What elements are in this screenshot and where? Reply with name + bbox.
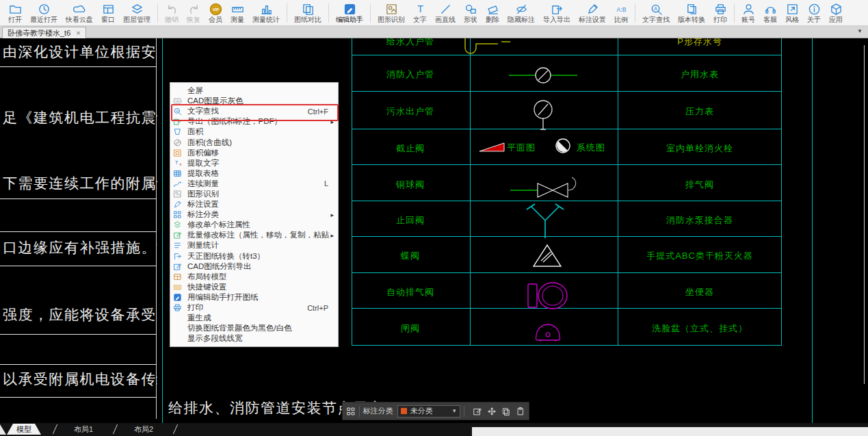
toolbar-button-compare[interactable]: 图纸对比 <box>290 1 326 25</box>
toolbar-button-label: 文字查找 <box>642 16 670 23</box>
menu-item-plain-0[interactable]: 全屏 <box>170 86 338 96</box>
document-tab[interactable]: 卧佛寺教学楼水_t6 × <box>2 27 86 38</box>
legend-device-label: 洗脸盆（立式、挂式） <box>652 322 748 335</box>
annotset-icon <box>586 3 599 16</box>
cad-horizontal-line <box>0 266 156 266</box>
toolbar-button-redo[interactable]: 恢复 <box>183 1 205 25</box>
menu-item-extracttable[interactable]: 提取表格 <box>170 168 338 179</box>
toolbar-button-label: 关于 <box>807 16 821 23</box>
menu-item-tztrans[interactable]: 天正图纸转换（转t3） <box>170 251 338 261</box>
menu-item-areacurve[interactable]: 面积(含曲线) <box>170 137 338 147</box>
menu-item-layout2model[interactable]: 布局转模型 <box>170 272 338 282</box>
menu-item-plain-23[interactable]: 切换图纸背景颜色为黑色/白色 <box>170 323 338 333</box>
toolbar-button-ruler[interactable]: 测量 <box>226 1 248 25</box>
menu-item-areaoffset[interactable]: 面积偏移 <box>170 148 338 158</box>
horizontal-scroll-area[interactable] <box>472 427 868 436</box>
toolbar-button-window[interactable]: 窗口 <box>97 1 119 25</box>
cad-canvas[interactable]: 由深化设计单位根据安装角足《建筑机电工程抗震设计规下需要连续工作的附属设备，口边… <box>0 38 868 423</box>
chevron-down-icon[interactable]: ▼ <box>857 28 863 34</box>
annotation-classify-grid-icon[interactable] <box>346 407 356 416</box>
menu-item-editassist[interactable]: 用编辑助手打开图纸 <box>170 292 338 303</box>
paste-annotation-button[interactable] <box>516 407 525 416</box>
legend-device-label: 坐便器 <box>685 286 714 298</box>
toolbar-button-cube[interactable]: 应用 <box>825 1 847 25</box>
toolbar-button-style[interactable]: 风格 <box>781 1 803 25</box>
toolbar-button-line[interactable]: 画直线 <box>431 1 460 25</box>
menu-item-recog[interactable]: 图形识别 <box>170 189 338 199</box>
move-annotation-button[interactable] <box>487 407 497 416</box>
toolbar-button-layers[interactable]: 图层管理 <box>119 1 155 25</box>
toolbar-button-impexp[interactable]: 导入导出 <box>539 1 575 25</box>
tab-divider <box>113 424 118 434</box>
toolbar-button-pages[interactable]: 版本转换 <box>674 1 709 25</box>
menu-item-print[interactable]: 打印Ctrl+P <box>170 303 338 313</box>
layout-tab-layout2[interactable]: 布局2 <box>124 424 163 435</box>
toolbar-button-print[interactable]: 打印 <box>709 1 731 25</box>
toolbar-button-editassist[interactable]: 编辑助手 <box>332 1 367 25</box>
layout-tab-model[interactable]: 模型 <box>7 424 41 435</box>
menu-item-extracttext[interactable]: Tk提取文字 <box>170 158 338 168</box>
category-dropdown[interactable]: 未分类 ▼ <box>397 405 460 418</box>
tztrans-icon <box>173 252 183 261</box>
toolbar-button-recog[interactable]: 图形识别 <box>373 1 409 25</box>
undo-icon <box>166 3 179 16</box>
stop-valve-system-symbol <box>554 137 572 155</box>
toolbar-button-textT[interactable]: T文字 <box>409 1 431 25</box>
toolbar-button-eraser[interactable]: 删除 <box>482 1 503 25</box>
svg-text:T: T <box>175 159 179 166</box>
menu-item-plain-22[interactable]: 重生成 <box>170 313 338 323</box>
toolbar-button-vip[interactable]: VIP会员 <box>205 1 226 25</box>
plan-view-label: 平面图 <box>507 142 536 154</box>
menu-item-plain-24[interactable]: 显示多段线线宽 <box>170 333 338 344</box>
toolbar-button-hide[interactable]: 隐藏标注 <box>503 1 539 25</box>
contmeasure-icon <box>173 179 183 188</box>
menu-item-area[interactable]: 面积 <box>170 127 338 137</box>
menu-item-annotset[interactable]: 标注设置 <box>170 199 338 209</box>
findtext-icon: A <box>650 3 663 16</box>
menu-item-label: 标注设置 <box>187 199 338 209</box>
headset-icon <box>764 3 777 16</box>
menu-item-modifysingle[interactable]: 修改单个标注属性 <box>170 220 338 230</box>
window-icon <box>102 3 115 16</box>
editassist-icon <box>343 3 356 16</box>
toolbar-button-clock[interactable]: 最近打开 <box>26 1 62 25</box>
menu-item-findtext[interactable]: A文字查找Ctrl+F <box>170 106 338 116</box>
toolbar-button-info[interactable]: 关于 <box>803 1 825 25</box>
toolbar-button-label: 风格 <box>785 16 799 23</box>
toolbar-button-scale[interactable]: A:B比例 <box>610 1 632 25</box>
toolbar-button-headset[interactable]: 客服 <box>759 1 781 25</box>
toolbar-button-cloud[interactable]: 快看云盘 <box>62 1 97 25</box>
edit-annotation-button[interactable] <box>473 407 482 416</box>
menu-item-label: 提取表格 <box>187 168 338 179</box>
toolbar-button-findtext[interactable]: A文字查找 <box>638 1 674 25</box>
menu-item-cadgray[interactable]: CADCAD图显示灰色 <box>170 96 338 106</box>
toolbar-button-undo[interactable]: 撤销 <box>161 1 183 25</box>
copy-annotation-button[interactable] <box>501 407 511 416</box>
menu-item-label: 用编辑助手打开图纸 <box>187 292 338 303</box>
toolbar-button-stats[interactable]: 测量统计 <box>248 1 284 25</box>
menu-item-measurestat[interactable]: 测量统计 <box>170 240 338 251</box>
menu-item-shortcut: Ctrl+F <box>308 107 328 116</box>
menu-item-pencilsq[interactable]: CAD图纸分割导出 <box>170 261 338 272</box>
toolbar-button-label: 撤销 <box>165 16 179 23</box>
cad-note-text: 口边缘应有补强措施。管道和 <box>3 238 157 257</box>
menu-item-shortcut: L <box>324 179 328 188</box>
menu-item-hotkey[interactable]: 快捷键设置 <box>170 282 338 292</box>
toolbar-button-person[interactable]: 账号 <box>737 1 759 25</box>
menu-item-label: 显示多段线线宽 <box>187 333 338 344</box>
layout-tab-layout1[interactable]: 布局1 <box>64 424 103 435</box>
toolbar-button-annotset[interactable]: 标注设置 <box>575 1 610 25</box>
toolbar-button-label: 测量 <box>231 16 244 23</box>
cad-horizontal-line <box>0 334 156 335</box>
toolbar-button-shapes[interactable]: 形状 <box>460 1 482 25</box>
toolbar-button-folder[interactable]: 打开 <box>4 1 26 25</box>
close-tab-icon[interactable]: × <box>76 29 80 37</box>
menu-item-grid88[interactable]: 标注分类▸ <box>170 209 338 220</box>
legend-name-label: 铜球阀 <box>396 179 425 191</box>
menu-item-impexp[interactable]: 导出（图纸和标注，PDF）▸ <box>170 116 338 127</box>
menu-item-contmeasure[interactable]: 连续测量L <box>170 179 338 189</box>
menu-item-pencilsq[interactable]: 批量修改标注（属性，移动，复制，粘贴）▸ <box>170 230 338 240</box>
menu-item-label: 标注分类 <box>187 209 330 220</box>
check-valve-symbol <box>525 203 566 241</box>
cad-vertical-line <box>156 38 157 419</box>
